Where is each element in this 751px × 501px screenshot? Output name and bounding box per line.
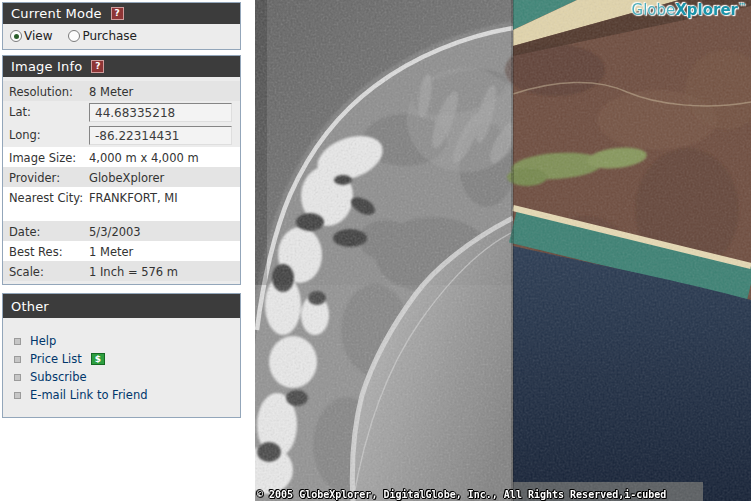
image-size-label: Image Size:: [9, 149, 89, 165]
mode-options: View Purchase: [3, 24, 240, 49]
long-label: Long:: [9, 126, 89, 142]
other-panel: Other Help Price List $ Subscribe E-mail…: [2, 293, 241, 418]
scale-value: 1 Inch = 576 m: [89, 263, 234, 279]
resolution-value: 8 Meter: [89, 83, 234, 99]
globexplorer-logo: GlobeXplorer™: [632, 3, 746, 18]
resolution-label: Resolution:: [9, 83, 89, 99]
date-value: 5/3/2003: [89, 223, 234, 239]
best-res-row: Best Res: 1 Meter: [3, 241, 240, 261]
other-links: Help Price List $ Subscribe E-mail Link …: [3, 318, 240, 417]
current-mode-panel: Current Mode ? View Purchase: [2, 2, 241, 50]
image-info-body: Resolution: 8 Meter Lat: Long: Image Siz…: [3, 77, 240, 284]
other-title: Other: [11, 299, 49, 314]
long-input[interactable]: [89, 126, 232, 145]
logo-trademark: ™: [738, 2, 746, 11]
scale-label: Scale:: [9, 263, 89, 279]
date-label: Date:: [9, 223, 89, 239]
image-info-panel: Image Info ? Resolution: 8 Meter Lat: Lo…: [2, 55, 241, 285]
copyright-text: © 2005 GlobeXplorer, DigitalGlobe, Inc.,…: [257, 489, 666, 500]
image-size-value: 4,000 m x 4,000 m: [89, 149, 234, 165]
radio-icon[interactable]: [68, 30, 80, 42]
help-link[interactable]: Help: [3, 332, 240, 350]
aerial-imagery: [255, 0, 751, 501]
resolution-row: Resolution: 8 Meter: [3, 81, 240, 101]
date-row: Date: 5/3/2003: [3, 221, 240, 241]
price-list-link[interactable]: Price List $: [3, 350, 240, 368]
bullet-icon: [14, 338, 21, 345]
provider-row: Provider: GlobeXplorer: [3, 167, 240, 187]
image-info-header: Image Info ?: [3, 56, 240, 77]
bullet-icon: [14, 392, 21, 399]
lat-input[interactable]: [89, 103, 232, 122]
purchase-radio-label: Purchase: [82, 29, 137, 43]
nearest-city-row: Nearest City: FRANKFORT, MI: [3, 187, 240, 221]
dollar-icon: $: [91, 353, 105, 365]
other-header: Other: [3, 294, 240, 318]
purchase-radio-option[interactable]: Purchase: [68, 29, 137, 43]
help-icon[interactable]: ?: [91, 60, 104, 73]
email-link-to-friend-link[interactable]: E-mail Link to Friend: [3, 386, 240, 404]
subscribe-link[interactable]: Subscribe: [3, 368, 240, 386]
view-radio-option[interactable]: View: [10, 29, 52, 43]
scale-row: Scale: 1 Inch = 576 m: [3, 261, 240, 281]
current-mode-title: Current Mode: [11, 6, 102, 21]
map-viewport[interactable]: GlobeXplorer™ © 2005 GlobeXplorer, Digit…: [255, 0, 751, 501]
bullet-icon: [14, 374, 21, 381]
provider-label: Provider:: [9, 169, 89, 185]
lat-row: Lat:: [3, 101, 240, 124]
nearest-city-value: FRANKFORT, MI: [89, 189, 234, 205]
best-res-label: Best Res:: [9, 243, 89, 259]
best-res-value: 1 Meter: [89, 243, 234, 259]
view-radio-label: View: [24, 29, 52, 43]
bullet-icon: [14, 356, 21, 363]
image-size-row: Image Size: 4,000 m x 4,000 m: [3, 147, 240, 167]
nearest-city-label: Nearest City:: [9, 189, 89, 205]
image-info-title: Image Info: [11, 59, 82, 74]
logo-xplorer-text: Xplorer: [675, 1, 738, 19]
lat-label: Lat:: [9, 103, 89, 119]
long-row: Long:: [3, 124, 240, 147]
radio-icon[interactable]: [10, 30, 22, 42]
current-mode-header: Current Mode ?: [3, 3, 240, 24]
help-icon[interactable]: ?: [111, 7, 124, 20]
provider-value: GlobeXplorer: [89, 169, 234, 185]
logo-globe-text: Globe: [632, 1, 676, 19]
